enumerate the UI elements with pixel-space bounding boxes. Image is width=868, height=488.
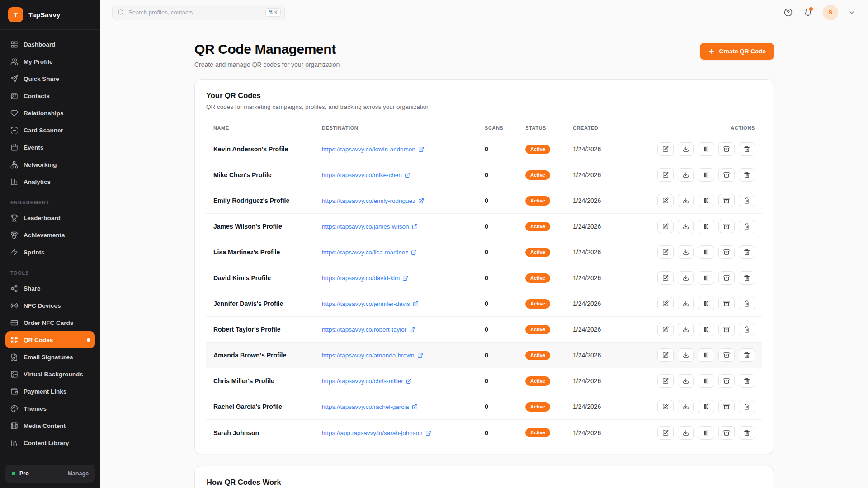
help-button[interactable] <box>783 8 793 18</box>
edit-button[interactable] <box>657 348 674 362</box>
pause-button[interactable] <box>698 168 714 182</box>
download-button[interactable] <box>678 374 694 388</box>
sidebar-item-dashboard[interactable]: Dashboard <box>5 36 95 53</box>
destination-link[interactable]: https://tapsavvy.co/amanda-brown <box>322 352 423 359</box>
edit-button[interactable] <box>657 245 674 259</box>
delete-button[interactable] <box>739 374 755 388</box>
pause-button[interactable] <box>698 142 714 156</box>
sidebar-item-payment-links[interactable]: Payment Links <box>5 383 95 400</box>
sidebar-item-my-profile[interactable]: My Profile <box>5 53 95 70</box>
edit-button[interactable] <box>657 271 674 285</box>
download-button[interactable] <box>678 426 694 440</box>
archive-button[interactable] <box>718 400 735 413</box>
archive-button[interactable] <box>718 348 735 362</box>
sidebar-item-sprints[interactable]: Sprints <box>5 244 95 261</box>
destination-link[interactable]: https://tapsavvy.co/emily-rodriguez <box>322 197 424 204</box>
destination-link[interactable]: https://tapsavvy.co/jennifer-davis <box>322 300 419 307</box>
sidebar-item-virtual-backgrounds[interactable]: Virtual Backgrounds <box>5 366 95 383</box>
archive-button[interactable] <box>718 271 735 285</box>
destination-link[interactable]: https://tapsavvy.co/kevin-anderson <box>322 146 424 153</box>
destination-link[interactable]: https://tapsavvy.co/robert-taylor <box>322 326 415 333</box>
brand[interactable]: T TapSavvy <box>0 0 100 30</box>
sidebar-item-analytics[interactable]: Analytics <box>5 173 95 190</box>
search-input[interactable] <box>128 9 261 16</box>
pause-button[interactable] <box>698 323 714 336</box>
sidebar-item-qr-codes[interactable]: QR Codes <box>5 331 95 348</box>
delete-button[interactable] <box>739 142 755 156</box>
pause-button[interactable] <box>698 220 714 233</box>
sidebar-item-content-library[interactable]: Content Library <box>5 434 95 451</box>
delete-button[interactable] <box>739 168 755 182</box>
edit-button[interactable] <box>657 323 674 336</box>
chevron-down-icon[interactable] <box>848 9 855 16</box>
edit-button[interactable] <box>657 194 674 207</box>
download-button[interactable] <box>678 142 694 156</box>
archive-button[interactable] <box>718 297 735 310</box>
sidebar-item-card-scanner[interactable]: Card Scanner <box>5 122 95 139</box>
delete-button[interactable] <box>739 348 755 362</box>
sidebar-item-relationships[interactable]: Relationships <box>5 104 95 122</box>
pause-button[interactable] <box>698 271 714 285</box>
archive-button[interactable] <box>718 374 735 388</box>
delete-button[interactable] <box>739 400 755 413</box>
sidebar-item-networking[interactable]: Networking <box>5 156 95 173</box>
archive-button[interactable] <box>718 142 735 156</box>
download-button[interactable] <box>678 400 694 413</box>
download-button[interactable] <box>678 194 694 207</box>
plan-manage-button[interactable]: Manage <box>67 470 89 477</box>
download-button[interactable] <box>678 245 694 259</box>
delete-button[interactable] <box>739 271 755 285</box>
sidebar-item-quick-share[interactable]: Quick Share <box>5 70 95 87</box>
create-qr-code-button[interactable]: Create QR Code <box>700 43 774 60</box>
destination-link[interactable]: https://tapsavvy.co/james-wilson <box>322 223 418 230</box>
sidebar-item-leaderboard[interactable]: Leaderboard <box>5 209 95 226</box>
archive-button[interactable] <box>718 426 735 440</box>
download-button[interactable] <box>678 323 694 336</box>
archive-button[interactable] <box>718 323 735 336</box>
pause-button[interactable] <box>698 400 714 413</box>
avatar[interactable]: S <box>823 5 838 20</box>
edit-button[interactable] <box>657 426 674 440</box>
download-button[interactable] <box>678 220 694 233</box>
pause-button[interactable] <box>698 348 714 362</box>
sidebar-item-nfc-devices[interactable]: NFC Devices <box>5 297 95 314</box>
archive-button[interactable] <box>718 168 735 182</box>
edit-button[interactable] <box>657 168 674 182</box>
pause-button[interactable] <box>698 245 714 259</box>
archive-button[interactable] <box>718 220 735 233</box>
archive-button[interactable] <box>718 245 735 259</box>
archive-button[interactable] <box>718 194 735 207</box>
delete-button[interactable] <box>739 297 755 310</box>
destination-link[interactable]: https://tapsavvy.co/rachel-garcia <box>322 404 418 410</box>
download-button[interactable] <box>678 348 694 362</box>
destination-link[interactable]: https://tapsavvy.co/david-kim <box>322 275 408 282</box>
plan-pill[interactable]: Pro Manage <box>5 465 95 483</box>
edit-button[interactable] <box>657 142 674 156</box>
download-button[interactable] <box>678 297 694 310</box>
delete-button[interactable] <box>739 245 755 259</box>
download-button[interactable] <box>678 168 694 182</box>
sidebar-item-share[interactable]: Share <box>5 280 95 297</box>
delete-button[interactable] <box>739 194 755 207</box>
edit-button[interactable] <box>657 374 674 388</box>
destination-link[interactable]: https://tapsavvy.co/chris-miller <box>322 378 412 385</box>
download-button[interactable] <box>678 271 694 285</box>
sidebar-item-email-signatures[interactable]: Email Signatures <box>5 348 95 366</box>
sidebar-item-media-content[interactable]: Media Content <box>5 417 95 434</box>
destination-link[interactable]: https://tapsavvy.co/lisa-martinez <box>322 249 417 256</box>
edit-button[interactable] <box>657 220 674 233</box>
edit-button[interactable] <box>657 400 674 413</box>
pause-button[interactable] <box>698 194 714 207</box>
sidebar-item-contacts[interactable]: Contacts <box>5 87 95 104</box>
pause-button[interactable] <box>698 426 714 440</box>
notifications-button[interactable] <box>803 8 813 18</box>
sidebar-item-order-nfc-cards[interactable]: Order NFC Cards <box>5 314 95 331</box>
delete-button[interactable] <box>739 426 755 440</box>
destination-link[interactable]: https://tapsavvy.co/mike-chen <box>322 172 410 178</box>
sidebar-item-themes[interactable]: Themes <box>5 400 95 417</box>
sidebar-item-achievements[interactable]: Achievements <box>5 226 95 244</box>
destination-link[interactable]: https://app.tapsavvy.io/sarah-johnson <box>322 430 431 436</box>
pause-button[interactable] <box>698 297 714 310</box>
sidebar-item-events[interactable]: Events <box>5 139 95 156</box>
pause-button[interactable] <box>698 374 714 388</box>
